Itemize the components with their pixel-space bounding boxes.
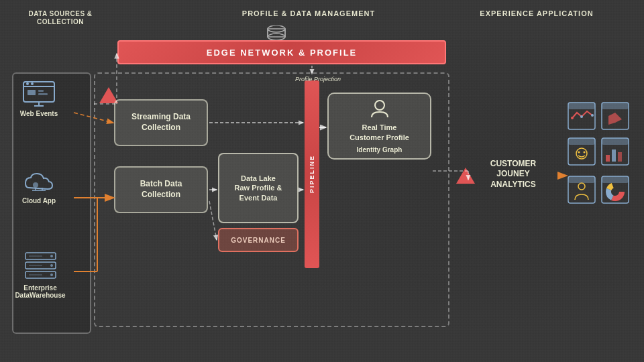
web-events-icon — [22, 80, 56, 107]
svg-rect-6 — [23, 86, 54, 87]
governance-text: GOVERNANCE — [231, 237, 286, 244]
streaming-text: Streaming Data Collection — [131, 112, 191, 133]
svg-rect-45 — [618, 152, 622, 162]
web-events-label: Web Events — [20, 110, 58, 117]
cloud-app-icon — [22, 171, 56, 194]
identity-graph-text: Identity Graph — [357, 146, 402, 154]
svg-rect-47 — [568, 176, 595, 183]
cja-box: CUSTOMER JOUNEY ANALYTICS — [470, 147, 557, 201]
svg-rect-44 — [612, 149, 616, 162]
pipeline-bar: PIPELINE — [305, 80, 319, 268]
streaming-collection-box: Streaming Data Collection — [114, 99, 208, 146]
datalake-box: Data Lake Raw Profile & Event Data — [218, 153, 299, 223]
database-icon — [266, 25, 286, 40]
svg-point-31 — [571, 117, 574, 119]
source-web-events: Web Events — [12, 80, 66, 117]
section-sources: DATA SOURCES & COLLECTION — [20, 9, 101, 25]
person-icon — [369, 99, 390, 120]
pipeline-text: PIPELINE — [309, 155, 315, 193]
svg-rect-35 — [602, 103, 629, 109]
governance-box: GOVERNANCE — [218, 228, 299, 252]
section-experience: EXPERIENCE APPLICATION — [456, 9, 617, 17]
svg-rect-10 — [38, 90, 44, 92]
svg-point-40 — [584, 152, 586, 154]
datalake-text: Data Lake Raw Profile & Event Data — [235, 174, 282, 202]
svg-rect-30 — [568, 103, 595, 109]
svg-rect-1 — [268, 29, 285, 37]
svg-point-8 — [31, 82, 34, 85]
cloud-app-label: Cloud App — [22, 197, 56, 204]
batch-text: Batch Data Collection — [140, 179, 182, 200]
enterprise-dw-label: Enterprise DataWarehouse — [15, 284, 65, 299]
section-profile: PROFILE & DATA MANAGEMENT — [208, 9, 409, 17]
batch-collection-box: Batch Data Collection — [114, 166, 208, 213]
rtcp-text: Real Time Customer Profile — [350, 123, 409, 142]
svg-rect-9 — [28, 90, 36, 95]
profile-projection-label: Profile Projection — [295, 76, 341, 82]
svg-rect-42 — [602, 138, 629, 145]
svg-rect-11 — [38, 93, 48, 95]
edge-banner-text: EDGE NETWORK & PROFILE — [207, 48, 358, 58]
svg-point-28 — [375, 101, 384, 110]
rtcp-box: Real Time Customer Profile Identity Grap… — [327, 93, 431, 160]
svg-rect-50 — [602, 176, 629, 183]
svg-point-33 — [591, 114, 594, 117]
source-cloud-app: Cloud App — [12, 171, 66, 204]
svg-point-39 — [578, 152, 580, 154]
cja-text: CUSTOMER JOUNEY ANALYTICS — [490, 159, 536, 190]
svg-point-32 — [580, 115, 583, 118]
svg-point-7 — [26, 82, 29, 85]
svg-point-15 — [33, 182, 38, 188]
enterprise-dw-icon — [22, 251, 59, 282]
experience-icons-svg — [567, 99, 631, 247]
svg-rect-43 — [606, 155, 610, 162]
experience-icons-panel — [567, 99, 631, 247]
svg-rect-37 — [568, 138, 595, 145]
source-enterprise-dw: Enterprise DataWarehouse — [10, 251, 70, 299]
edge-network-banner: EDGE NETWORK & PROFILE — [117, 40, 446, 64]
svg-point-22 — [50, 264, 53, 267]
svg-point-24 — [50, 274, 53, 276]
svg-point-48 — [578, 183, 585, 190]
svg-point-20 — [50, 255, 53, 257]
